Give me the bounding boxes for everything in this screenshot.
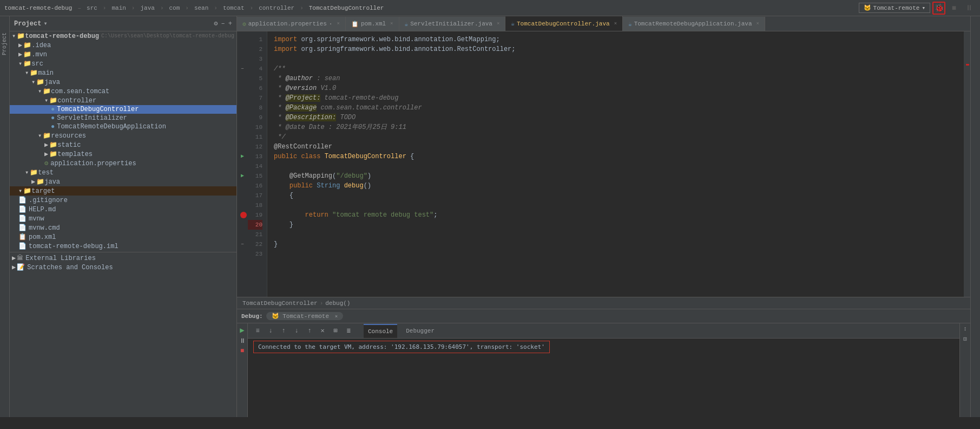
si-tab-close[interactable]: ×: [497, 21, 499, 27]
debug-toolbar-icon1[interactable]: ≡: [252, 326, 263, 336]
iml-label: tomcat-remote-debug.iml: [29, 243, 119, 250]
run-config-label: Tomcat-remote: [873, 5, 920, 11]
tree-tomcatremotedebugapp[interactable]: ● TomcatRemoteDebugApplication: [10, 122, 236, 131]
title-bar: tomcat-remote-debug – src › main › java …: [0, 0, 980, 16]
tree-app-props[interactable]: ⚙ application.properties: [10, 159, 236, 168]
tree-templates[interactable]: ▶ 📁 templates: [10, 150, 236, 159]
breadcrumb-java: java: [140, 5, 154, 11]
tab-servletinitializer[interactable]: ☕ ServletInitializer.java ×: [399, 17, 506, 31]
tree-external-libs[interactable]: ▶ 🏛 External Libraries: [10, 253, 236, 263]
debug-side-icon1[interactable]: ↕: [963, 326, 967, 332]
run-config[interactable]: 🐱 Tomcat-remote ▾: [859, 3, 930, 13]
tree-test-java[interactable]: ▶ 📁 java: [10, 177, 236, 186]
debug-console-tab[interactable]: Console: [364, 324, 397, 338]
debug-config-tab[interactable]: 🐱 Tomcat-remote ×: [266, 312, 343, 320]
tree-helpmd[interactable]: 📄 HELP.md: [10, 205, 236, 214]
editor-scrollbar[interactable]: [964, 31, 970, 297]
tree-pomxml[interactable]: 📋 pom.xml: [10, 232, 236, 242]
pom-tab-icon: 📋: [351, 21, 359, 28]
stop-button[interactable]: ■: [948, 2, 961, 15]
tree-mvnwcmd[interactable]: 📄 mvnw.cmd: [10, 223, 236, 232]
breakpoint-icon[interactable]: [240, 212, 247, 218]
controller-label: controller: [57, 97, 96, 105]
debug-debugger-tab[interactable]: Debugger: [402, 324, 439, 338]
tree-scratches[interactable]: ▶ 📝 Scratches and Consoles: [10, 263, 236, 272]
tree-iml[interactable]: 📄 tomcat-remote-debug.iml: [10, 242, 236, 251]
tree-root[interactable]: ▾ 📁 tomcat-remote-debug C:\Users\sean\De…: [10, 31, 236, 41]
templates-icon: 📁: [49, 150, 57, 158]
debug-toolbar-icon3[interactable]: ↑: [278, 326, 289, 336]
pause-button[interactable]: ⏸: [963, 2, 976, 15]
trda-label: TomcatRemoteDebugApplication: [57, 123, 166, 131]
tree-test[interactable]: ▾ 📁 test: [10, 168, 236, 177]
tj-icon: 📁: [36, 178, 44, 186]
gear-icon[interactable]: ⚙: [214, 20, 218, 28]
tab-tomcatdebugcontroller[interactable]: ☕ TomcatDebugController.java ×: [505, 16, 623, 31]
debug-console-content[interactable]: Connected to the target VM, address: '19…: [248, 339, 959, 417]
code-content[interactable]: import org.springframework.web.bind.anno…: [267, 31, 964, 297]
tab-tomcatremotedebugapp[interactable]: ☕ TomcatRemoteDebugApplication.java ×: [623, 17, 765, 31]
tree-mvnw[interactable]: 📄 mvnw: [10, 214, 236, 223]
vertical-project-label[interactable]: Project: [2, 32, 8, 55]
tree-static[interactable]: ▶ 📁 static: [10, 140, 236, 150]
idea-label: .idea: [31, 42, 51, 49]
si-icon: ●: [51, 114, 55, 122]
console-tab-label: Console: [368, 328, 393, 335]
debug-toolbar-icon7[interactable]: ⊞: [330, 326, 341, 336]
pom-tab-close[interactable]: ×: [390, 21, 393, 27]
debug-config-name: Tomcat-remote: [282, 313, 329, 320]
ap-tab-label: application.properties: [248, 21, 327, 27]
debug-tab-close[interactable]: ×: [335, 314, 338, 320]
debug-toolbar-icon8[interactable]: ≣: [343, 326, 354, 336]
tree-com-sean-tomcat[interactable]: ▾ 📁 com.sean.tomcat: [10, 87, 236, 96]
debug-toolbar-icon6[interactable]: ✕: [317, 326, 328, 336]
debug-toolbar-icon2[interactable]: ↓: [265, 326, 276, 336]
debug-label-text: Debug:: [241, 313, 263, 320]
tree-gitignore[interactable]: 📄 .gitignore: [10, 196, 236, 205]
debugger-tab-label: Debugger: [406, 328, 435, 334]
debug-resume-icon[interactable]: ▶: [240, 326, 244, 335]
tree-src[interactable]: ▾ 📁 src: [10, 59, 236, 68]
target-icon: 📁: [23, 187, 31, 195]
com-icon: 📁: [43, 87, 51, 95]
debug-pause-strip-icon[interactable]: ⏸: [239, 337, 246, 345]
tree-target[interactable]: ▾ 📁 target: [10, 186, 236, 196]
debug-side-icon2[interactable]: ⊡: [963, 335, 967, 342]
debug-tabs: ≡ ↓ ↑ ↓ ↑ ✕ ⊞ ≣ Console: [248, 323, 959, 339]
breadcrumb-src: src: [87, 5, 97, 11]
fold-icon-class-end[interactable]: –: [241, 239, 244, 249]
class-run-icon[interactable]: ▶: [241, 152, 244, 161]
debug-toolbar-icon5[interactable]: ↑: [304, 326, 315, 336]
ap-tab-close[interactable]: ×: [337, 21, 339, 27]
root-expand-icon: ▾: [12, 32, 16, 40]
ext-label: External Libraries: [25, 255, 96, 262]
project-dropdown-icon[interactable]: ▾: [43, 20, 47, 28]
tree-tomcatdebugcontroller[interactable]: ● TomcatDebugController: [10, 105, 236, 114]
breadcrumb-file: TomcatDebugController: [309, 5, 384, 11]
expand-icon[interactable]: +: [228, 20, 232, 28]
collapse-icon[interactable]: –: [221, 20, 225, 28]
src-expand: ▾: [18, 60, 22, 68]
trda-tab-close[interactable]: ×: [757, 21, 759, 27]
tree-idea[interactable]: ▶ 📁 .idea: [10, 41, 236, 50]
tab-application-properties[interactable]: ⚙ application.properties · ×: [237, 17, 346, 31]
debug-button[interactable]: 🐞: [932, 2, 945, 15]
project-header-title: Project ▾: [14, 20, 48, 28]
tree-main[interactable]: ▾ 📁 main: [10, 68, 236, 77]
debug-toolbar-icon4[interactable]: ↓: [291, 326, 302, 336]
controller-expand: ▾: [44, 96, 48, 105]
tdc-tab-close[interactable]: ×: [614, 21, 617, 27]
tree-mvn[interactable]: ▶ 📁 .mvn: [10, 50, 236, 59]
tree-controller[interactable]: ▾ 📁 controller: [10, 96, 236, 105]
target-label: target: [31, 187, 55, 195]
code-editor[interactable]: – ▶ ▶: [237, 31, 970, 297]
test-icon: 📁: [30, 168, 38, 177]
tree-servletinitializer[interactable]: ● ServletInitializer: [10, 114, 236, 122]
tree-java[interactable]: ▾ 📁 java: [10, 77, 236, 87]
debug-stop-strip-icon[interactable]: ■: [240, 347, 244, 355]
fold-icon-comment[interactable]: –: [241, 64, 244, 74]
tab-pom-xml[interactable]: 📋 pom.xml ×: [346, 17, 399, 31]
debug-left-strip: ▶ ⏸ ■: [237, 323, 248, 417]
method-run-icon[interactable]: ▶: [241, 171, 244, 181]
tree-resources[interactable]: ▾ 📁 resources: [10, 131, 236, 140]
